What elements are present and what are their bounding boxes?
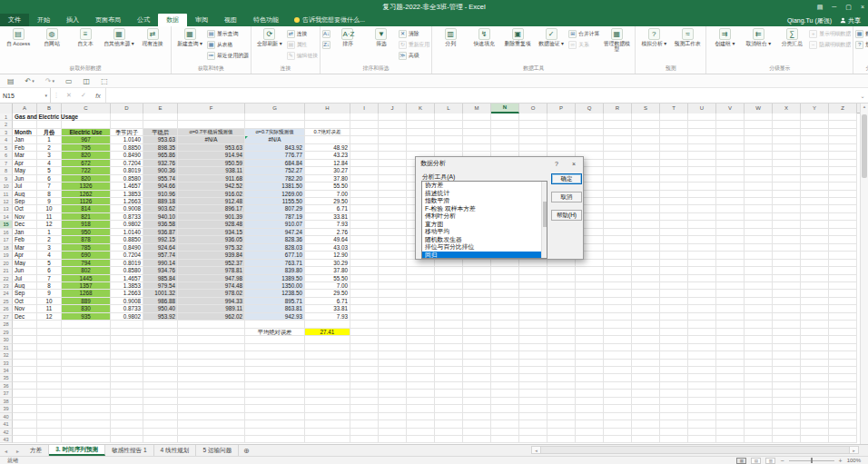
cell-B2[interactable] bbox=[37, 121, 62, 128]
cell-G42[interactable] bbox=[245, 429, 305, 436]
cell-H31[interactable] bbox=[305, 344, 350, 351]
cell-L2[interactable] bbox=[435, 121, 463, 128]
cell-Y32[interactable] bbox=[801, 351, 829, 359]
cell-N1[interactable] bbox=[491, 114, 519, 121]
cell-C33[interactable] bbox=[62, 360, 111, 367]
cell-O30[interactable] bbox=[519, 336, 547, 343]
cell-D27[interactable]: 0.9802 bbox=[111, 313, 143, 321]
cell-P30[interactable] bbox=[547, 336, 576, 343]
cell-X7[interactable] bbox=[773, 160, 801, 167]
cell-M22[interactable] bbox=[463, 275, 491, 282]
zoom-level[interactable]: 100% bbox=[847, 458, 861, 463]
cell-P38[interactable] bbox=[547, 398, 576, 405]
cell-Z9[interactable] bbox=[829, 175, 857, 183]
cell-F9[interactable]: 911.68 bbox=[178, 175, 245, 183]
new-sheet-icon[interactable]: ⊕ bbox=[239, 445, 253, 456]
cell-W18[interactable] bbox=[745, 244, 773, 252]
cell-Q40[interactable] bbox=[576, 413, 604, 420]
cell-F38[interactable] bbox=[178, 398, 245, 405]
cell-H8[interactable]: 30.27 bbox=[305, 167, 350, 174]
cell-U1[interactable] bbox=[688, 114, 716, 121]
cell-X17[interactable] bbox=[773, 236, 801, 243]
cell-T18[interactable] bbox=[660, 244, 688, 252]
cell-A26[interactable]: Nov bbox=[13, 305, 37, 312]
cell-C9[interactable]: 820 bbox=[62, 175, 111, 183]
cell-O4[interactable] bbox=[519, 136, 547, 143]
cell-V27[interactable] bbox=[716, 313, 745, 321]
cell-Y30[interactable] bbox=[801, 336, 829, 343]
cell-A37[interactable] bbox=[13, 390, 37, 397]
cell-G2[interactable] bbox=[245, 121, 305, 128]
cell-D20[interactable]: 0.8019 bbox=[111, 260, 143, 267]
cell-H14[interactable]: 33.81 bbox=[305, 213, 350, 221]
cell-U13[interactable] bbox=[688, 205, 716, 212]
cell-B10[interactable]: 7 bbox=[37, 183, 62, 190]
cell-G32[interactable] bbox=[245, 351, 305, 359]
cell-X2[interactable] bbox=[773, 121, 801, 128]
cell-D14[interactable]: 0.8733 bbox=[111, 213, 143, 221]
cell-Q3[interactable] bbox=[576, 129, 604, 136]
cell-B38[interactable] bbox=[37, 398, 62, 405]
analysis-tool-item[interactable]: 描述统计 bbox=[422, 190, 547, 198]
cell-Z12[interactable] bbox=[829, 198, 857, 205]
cell-J41[interactable] bbox=[379, 420, 407, 428]
cell-F3[interactable]: α=0.7平稳后预测值 bbox=[178, 129, 245, 136]
zoom-in-icon[interactable]: + bbox=[839, 458, 843, 464]
cell-M32[interactable] bbox=[463, 351, 491, 359]
cell-X11[interactable] bbox=[773, 191, 801, 198]
cell-V32[interactable] bbox=[716, 351, 745, 359]
cell-F11[interactable]: 916.02 bbox=[178, 191, 245, 198]
cell-R15[interactable] bbox=[604, 221, 632, 228]
cell-W36[interactable] bbox=[745, 382, 773, 390]
cell-Y3[interactable] bbox=[801, 129, 829, 136]
ribbon-button[interactable]: ≡自文本 bbox=[69, 27, 102, 46]
cell-B14[interactable]: 11 bbox=[37, 213, 62, 221]
cell-Z38[interactable] bbox=[829, 398, 857, 405]
cell-A40[interactable] bbox=[13, 413, 37, 420]
cell-Y19[interactable] bbox=[801, 252, 829, 259]
cell-D28[interactable] bbox=[111, 321, 143, 328]
cell-I15[interactable] bbox=[350, 221, 379, 228]
ribbon-button[interactable]: ▤自 Access bbox=[2, 27, 35, 46]
ribbon-button[interactable]: ⇄现有连接 bbox=[136, 27, 169, 46]
cell-W13[interactable] bbox=[745, 205, 773, 212]
cell-I13[interactable] bbox=[350, 205, 379, 212]
cell-C6[interactable]: 820 bbox=[62, 152, 111, 159]
cell-G25[interactable]: 895.71 bbox=[245, 298, 305, 305]
cell-P29[interactable] bbox=[547, 329, 576, 336]
cell-U36[interactable] bbox=[688, 382, 716, 390]
zoom-out-icon[interactable]: − bbox=[780, 458, 784, 464]
cell-J20[interactable] bbox=[379, 260, 407, 267]
cell-E27[interactable]: 953.92 bbox=[143, 313, 178, 321]
row-header-27[interactable]: 27 bbox=[0, 313, 13, 321]
cell-F21[interactable]: 978.81 bbox=[178, 267, 245, 274]
cell-I9[interactable] bbox=[350, 175, 379, 183]
cell-Q43[interactable] bbox=[576, 436, 604, 443]
cell-N40[interactable] bbox=[491, 413, 519, 420]
cell-J29[interactable] bbox=[379, 329, 407, 336]
cell-C37[interactable] bbox=[62, 390, 111, 397]
cell-L34[interactable] bbox=[435, 367, 463, 374]
cell-Y14[interactable] bbox=[801, 213, 829, 221]
ribbon-tab-8[interactable]: 视图 bbox=[216, 14, 245, 26]
cell-G23[interactable]: 1350.00 bbox=[245, 282, 305, 290]
cell-M25[interactable] bbox=[463, 298, 491, 305]
row-header-36[interactable]: 36 bbox=[0, 382, 13, 390]
cell-P37[interactable] bbox=[547, 390, 576, 397]
cell-S43[interactable] bbox=[632, 436, 660, 443]
cell-T20[interactable] bbox=[660, 260, 688, 267]
cell-C8[interactable]: 722 bbox=[62, 167, 111, 174]
cell-S40[interactable] bbox=[632, 413, 660, 420]
cell-Q38[interactable] bbox=[576, 398, 604, 405]
cell-A23[interactable]: Aug bbox=[13, 282, 37, 290]
cell-Y24[interactable] bbox=[801, 290, 829, 297]
cell-E35[interactable] bbox=[143, 374, 178, 381]
cell-A28[interactable] bbox=[13, 321, 37, 328]
close-icon[interactable]: × bbox=[861, 0, 864, 15]
cell-Z34[interactable] bbox=[829, 367, 857, 374]
hscroll-right-icon[interactable]: ▸ bbox=[850, 447, 858, 453]
cell-C17[interactable]: 878 bbox=[62, 236, 111, 243]
column-header-K[interactable]: K bbox=[407, 104, 435, 114]
cell-V20[interactable] bbox=[716, 260, 745, 267]
cell-F19[interactable]: 939.84 bbox=[178, 252, 245, 259]
